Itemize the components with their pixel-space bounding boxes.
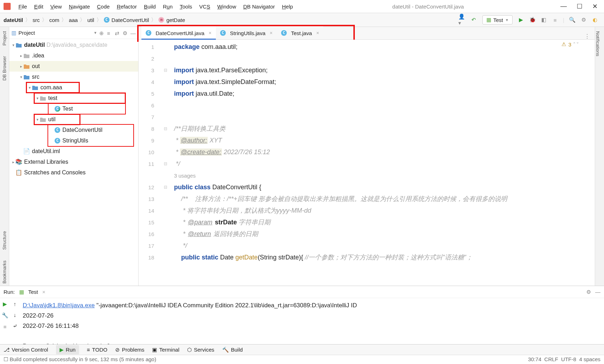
locate-icon[interactable]: ⊕: [99, 30, 105, 36]
user-icon[interactable]: 👤▾: [458, 16, 467, 24]
menu-code[interactable]: Code: [94, 2, 113, 11]
side-tab-project[interactable]: Project: [2, 29, 7, 47]
back-icon[interactable]: ↶: [470, 16, 478, 24]
tree-root[interactable]: ▾dateUtil D:\java\idea_space\date: [9, 40, 138, 50]
coverage-icon[interactable]: ◧: [539, 16, 548, 24]
tree-src[interactable]: ▾src: [9, 72, 138, 82]
status-indent[interactable]: 4 spaces: [579, 356, 600, 362]
wrench-icon[interactable]: 🔧: [2, 312, 9, 319]
breadcrumb[interactable]: dateUtil〉 src〉 com〉 aaa〉 util〉 C DateCon…: [4, 17, 185, 23]
stop-run-icon[interactable]: ■: [3, 324, 6, 330]
tab-test[interactable]: CTest.java×: [277, 27, 323, 39]
bottom-tool-tabs: ⎇Version Control ▶Run ≡TODO ⊘Problems ▣T…: [0, 344, 604, 355]
tree-com-aaa[interactable]: ▾com.aaa: [26, 82, 79, 93]
run-config-label: Test: [28, 289, 38, 295]
scratch-icon: 📋: [16, 169, 22, 176]
run-config-name: Test: [493, 17, 503, 23]
bt-problems[interactable]: ⊘Problems: [115, 347, 144, 353]
run-settings-icon[interactable]: ⚙: [586, 289, 591, 295]
bt-todo[interactable]: ≡TODO: [87, 347, 107, 353]
bt-version-control[interactable]: ⎇Version Control: [4, 347, 48, 353]
run-output[interactable]: D:\Java\jdk1.8\bin\java.exe "-javaagent:…: [20, 298, 604, 344]
down-icon[interactable]: ↓: [13, 312, 16, 318]
tree-idea[interactable]: ▸.idea: [9, 50, 138, 61]
menu-run[interactable]: Run: [160, 2, 175, 11]
menu-dbnav[interactable]: DB Navigator: [240, 2, 278, 11]
exe-link[interactable]: D:\Java\jdk1.8\bin\java.exe: [23, 302, 95, 309]
run-config-selector[interactable]: ▦ Test ▼: [482, 15, 513, 24]
menu-edit[interactable]: Edit: [31, 2, 46, 11]
gear-icon[interactable]: ⚙: [123, 30, 128, 36]
soft-wrap-icon[interactable]: ⤶: [13, 323, 17, 329]
bt-run[interactable]: ▶Run: [56, 345, 79, 354]
menu-help[interactable]: Help: [279, 2, 296, 11]
bt-terminal[interactable]: ▣Terminal: [152, 347, 179, 353]
tree-iml[interactable]: 📄dateUtil.iml: [9, 146, 138, 157]
stop-icon[interactable]: ■: [551, 16, 559, 24]
run-icon[interactable]: ▶: [517, 16, 525, 24]
library-icon: 📚: [16, 159, 22, 165]
crumb-com[interactable]: com: [49, 17, 59, 23]
menu-file[interactable]: File: [16, 2, 30, 11]
tree-dcu[interactable]: CDateConvertUtil: [48, 125, 133, 135]
tree-test-class[interactable]: CTest: [48, 103, 125, 114]
tab-more-icon[interactable]: ⋮: [580, 33, 595, 39]
project-tree[interactable]: ▾dateUtil D:\java\idea_space\date ▸.idea…: [9, 39, 138, 286]
search-icon[interactable]: 🔍: [568, 16, 576, 24]
crumb-src[interactable]: src: [33, 17, 40, 23]
crumb-aaa[interactable]: aaa: [69, 17, 78, 23]
menu-build[interactable]: Build: [141, 2, 158, 11]
close-tab-icon[interactable]: ×: [270, 30, 273, 36]
tree-out[interactable]: ▸out: [9, 61, 138, 72]
status-eol[interactable]: CRLF: [544, 356, 558, 362]
close-tab-icon[interactable]: ×: [316, 30, 319, 36]
bt-build[interactable]: 🔨Build: [222, 347, 243, 353]
debug-icon[interactable]: 🐞: [528, 16, 537, 24]
bt-services[interactable]: ⬡Services: [187, 347, 214, 353]
collapse-icon[interactable]: ⇄: [115, 30, 121, 36]
rerun-icon[interactable]: ▶: [3, 301, 7, 307]
settings-icon[interactable]: ⚙: [579, 16, 588, 24]
crumb-util[interactable]: util: [87, 17, 94, 23]
side-tab-notifications[interactable]: Notifications: [595, 29, 600, 58]
up-icon[interactable]: ↑: [13, 301, 16, 307]
fold-column[interactable]: ⊟⊟⊟⊟: [162, 40, 169, 286]
tree-ext-lib[interactable]: ▸📚External Libraries: [9, 157, 138, 167]
editor-tabs: CDateConvertUtil.java× CStringUtils.java…: [139, 27, 595, 40]
inspection-warning[interactable]: ⚠ 3 ˆ ˇ: [561, 41, 578, 47]
chevron-down-icon: ▼: [505, 18, 509, 22]
project-header: ▥ Project ▼ ⊕ ≡ ⇄ ⚙ —: [9, 27, 138, 39]
status-pos[interactable]: 30:74: [528, 356, 542, 362]
crumb-method[interactable]: getDate: [166, 17, 185, 23]
source-code[interactable]: package com.aaa.util; import java.text.P…: [169, 40, 595, 286]
crumb-class[interactable]: DateConvertUtil: [112, 17, 149, 23]
run-hide-icon[interactable]: —: [595, 289, 600, 295]
tab-stringutils[interactable]: CStringUtils.java×: [216, 27, 277, 39]
expand-icon[interactable]: ≡: [107, 30, 113, 36]
close-icon[interactable]: ✕: [592, 2, 598, 10]
tree-test-pkg[interactable]: ▾test: [34, 93, 125, 103]
crumb-root[interactable]: dateUtil: [4, 17, 23, 23]
side-tab-db[interactable]: DB Browser: [2, 54, 7, 83]
menu-navigate[interactable]: Navigate: [66, 2, 93, 11]
tree-scratches[interactable]: 📋Scratches and Consoles: [9, 167, 138, 178]
menu-refactor[interactable]: Refactor: [114, 2, 140, 11]
tab-dateconvertutil[interactable]: CDateConvertUtil.java×: [141, 27, 216, 39]
side-tab-structure[interactable]: Structure: [2, 229, 7, 252]
minimize-icon[interactable]: —: [560, 2, 567, 10]
menu-view[interactable]: View: [47, 2, 65, 11]
tree-util-pkg[interactable]: ▾util: [34, 114, 80, 125]
status-enc[interactable]: UTF-8: [561, 356, 576, 362]
tree-su[interactable]: CStringUtils: [48, 135, 133, 146]
ide-logo-icon[interactable]: ◐: [591, 16, 599, 24]
maximize-icon[interactable]: ☐: [577, 2, 582, 10]
window-title: dateUtil - DateConvertUtil.java: [296, 4, 560, 10]
side-tab-bookmarks[interactable]: Bookmarks: [2, 258, 7, 286]
menu-window[interactable]: Window: [214, 2, 239, 11]
project-title[interactable]: Project: [18, 30, 91, 36]
code-editor[interactable]: 123456789101112131415161718 ⊟⊟⊟⊟ package…: [139, 40, 595, 286]
menu-tools[interactable]: Tools: [177, 2, 195, 11]
close-tab-icon[interactable]: ×: [209, 30, 212, 36]
menu-vcs[interactable]: VCS: [196, 2, 213, 11]
hide-icon[interactable]: —: [130, 30, 136, 36]
